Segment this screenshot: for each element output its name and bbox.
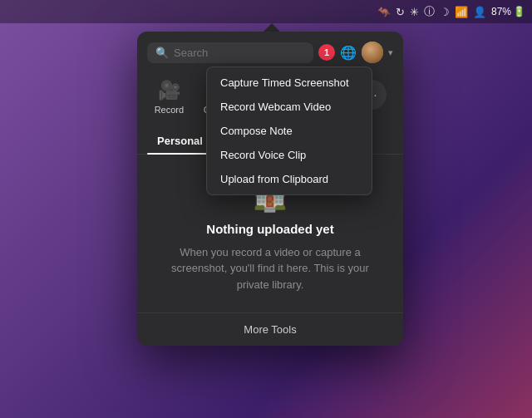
popup-arrow	[264, 23, 280, 32]
moon-icon: ☽	[440, 6, 450, 18]
footer: More Tools	[137, 312, 403, 346]
battery-icon: 🔋	[513, 6, 525, 17]
search-icon: 🔍	[155, 47, 169, 59]
search-input[interactable]	[174, 47, 305, 59]
dropdown-item-capture-timed[interactable]: Capture Timed Screenshot	[207, 71, 372, 95]
dropdown-item-compose-note[interactable]: Compose Note	[207, 119, 372, 143]
wifi-icon: 📶	[455, 6, 468, 18]
notification-badge[interactable]: 1	[318, 44, 335, 61]
dropdown-menu: Capture Timed Screenshot Record Webcam V…	[206, 66, 372, 195]
account-icon: 👤	[473, 6, 486, 18]
dropdown-item-upload-clipboard[interactable]: Upload from Clipboard	[207, 167, 372, 191]
empty-state-description: When you record a video or capture a scr…	[154, 244, 387, 293]
dropdown-item-record-voice[interactable]: Record Voice Clip	[207, 143, 372, 167]
chevron-down-icon[interactable]: ▾	[388, 47, 393, 58]
avatar-image	[362, 42, 383, 63]
record-icon: 🎥	[158, 80, 180, 101]
tab-personal[interactable]: Personal	[147, 128, 213, 154]
battery-status: 87% 🔋	[491, 6, 525, 17]
record-button[interactable]: 🎥 Record	[144, 73, 195, 121]
avatar[interactable]	[362, 42, 383, 63]
more-tools-button[interactable]: More Tools	[244, 323, 296, 336]
empty-state-title: Nothing uploaded yet	[206, 222, 333, 236]
search-input-wrapper[interactable]: 🔍	[147, 42, 313, 63]
kangaroo-icon: 🦘	[377, 6, 391, 18]
globe-icon[interactable]: 🌐	[340, 45, 357, 61]
record-label: Record	[155, 105, 184, 115]
search-bar: 🔍 1 🌐 ▾	[137, 32, 403, 70]
info-icon: ⓘ	[424, 4, 435, 19]
refresh-icon: ↻	[396, 6, 405, 18]
battery-percent: 87%	[491, 6, 511, 17]
bluetooth-icon: ✳	[410, 6, 419, 18]
menu-bar: 🦘 ↻ ✳ ⓘ ☽ 📶 👤 87% 🔋	[0, 0, 532, 23]
dropdown-item-record-webcam[interactable]: Record Webcam Video	[207, 95, 372, 119]
